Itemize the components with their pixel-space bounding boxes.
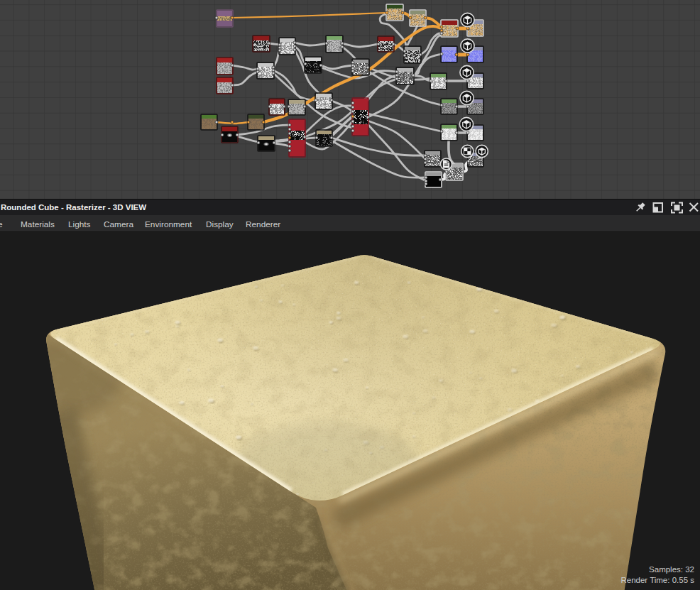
svg-text:Render Time: 0.55 s: Render Time: 0.55 s xyxy=(620,576,694,584)
svg-text:Samples: 32: Samples: 32 xyxy=(649,565,694,574)
